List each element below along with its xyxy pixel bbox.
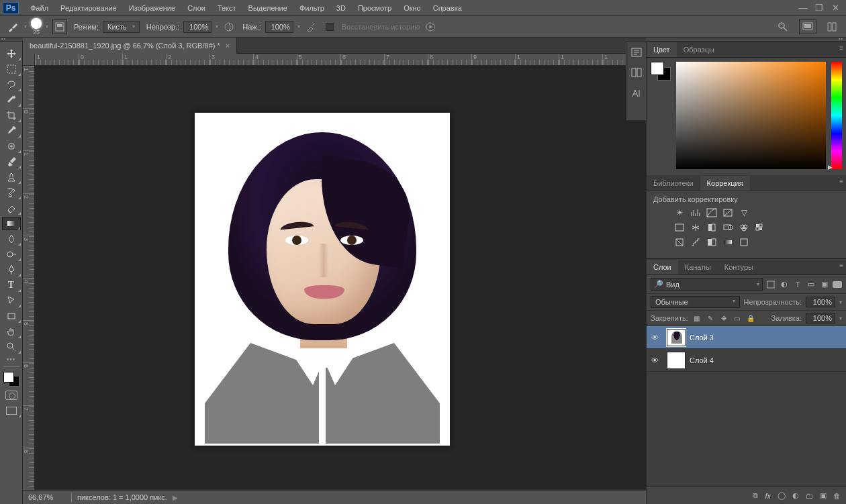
- new-layer-icon[interactable]: ▣: [820, 491, 827, 500]
- layer-fx-icon[interactable]: fx: [765, 492, 771, 500]
- hand-tool[interactable]: [2, 325, 21, 338]
- close-tab-button[interactable]: ×: [226, 42, 230, 50]
- hue-slider[interactable]: [831, 62, 842, 169]
- quick-mask-button[interactable]: [2, 389, 21, 402]
- channel-mixer-icon[interactable]: [738, 222, 750, 233]
- color-swatches[interactable]: [2, 370, 21, 387]
- menu-text[interactable]: Текст: [211, 1, 242, 15]
- blend-mode-select[interactable]: Кисть ▾: [103, 21, 140, 33]
- filter-smart-icon[interactable]: ▣: [819, 279, 830, 290]
- menu-edit[interactable]: Редактирование: [54, 1, 123, 15]
- invert-icon[interactable]: [673, 237, 686, 248]
- viewport[interactable]: [35, 66, 646, 490]
- tab-paths[interactable]: Контуры: [718, 260, 760, 274]
- brush-panel-toggle-button[interactable]: [52, 19, 67, 34]
- eyedropper-tool[interactable]: [2, 124, 21, 138]
- visibility-toggle-icon[interactable]: 👁: [647, 356, 663, 364]
- eraser-tool[interactable]: [2, 201, 21, 215]
- black-white-icon[interactable]: [706, 222, 718, 233]
- magic-wand-tool[interactable]: [2, 93, 21, 107]
- selective-color-icon[interactable]: [738, 237, 750, 248]
- layer-row[interactable]: 👁Слой 4: [647, 349, 846, 372]
- screen-mode-button[interactable]: [799, 19, 816, 34]
- gradient-tool[interactable]: [2, 217, 21, 230]
- brush-preset-picker[interactable]: 25: [31, 18, 42, 36]
- history-checkbox[interactable]: [326, 23, 334, 31]
- panel-menu-icon[interactable]: ≡: [839, 44, 843, 52]
- layer-thumbnail[interactable]: [667, 329, 686, 346]
- current-tool-icon[interactable]: [5, 19, 20, 34]
- tab-color[interactable]: Цвет: [647, 42, 677, 57]
- marquee-tool[interactable]: [2, 62, 21, 76]
- fill-input[interactable]: 100%: [806, 313, 835, 323]
- lasso-tool[interactable]: [2, 78, 21, 91]
- lock-pixels-icon[interactable]: ✎: [706, 313, 715, 323]
- filter-type-icon[interactable]: T: [792, 279, 803, 290]
- threshold-icon[interactable]: [706, 237, 718, 248]
- menu-image[interactable]: Изображение: [123, 1, 181, 15]
- curves-icon[interactable]: [706, 207, 718, 218]
- tab-swatches[interactable]: Образцы: [677, 42, 721, 57]
- layers-opacity-input[interactable]: 100%: [806, 297, 835, 307]
- menu-help[interactable]: Справка: [427, 1, 468, 15]
- zoom-tool[interactable]: [2, 340, 21, 354]
- panel-menu-icon[interactable]: ≡: [839, 262, 843, 269]
- menu-filter[interactable]: Фильтр: [293, 1, 330, 15]
- flow-input[interactable]: 100%: [265, 21, 293, 33]
- exposure-icon[interactable]: [722, 207, 734, 218]
- menu-file[interactable]: Файл: [24, 1, 54, 15]
- tab-channels[interactable]: Каналы: [678, 260, 718, 274]
- brightness-contrast-icon[interactable]: ☀: [673, 207, 686, 218]
- delete-layer-icon[interactable]: 🗑: [833, 492, 841, 500]
- layer-thumbnail[interactable]: [667, 352, 686, 369]
- move-tool[interactable]: [2, 47, 21, 60]
- layer-name[interactable]: Слой 4: [690, 356, 714, 364]
- lock-transparency-icon[interactable]: ▦: [692, 313, 702, 323]
- tab-layers[interactable]: Слои: [647, 260, 678, 274]
- new-adjustment-layer-icon[interactable]: ◐: [792, 491, 799, 500]
- layer-row[interactable]: 👁Слой 3: [647, 326, 846, 349]
- filter-shape-icon[interactable]: ▭: [806, 279, 816, 290]
- window-minimize-button[interactable]: —: [795, 1, 811, 15]
- crop-tool[interactable]: [2, 109, 21, 122]
- screen-mode-tool[interactable]: [2, 404, 21, 417]
- photo-filter-icon[interactable]: [722, 222, 734, 233]
- tab-adjustments[interactable]: Коррекция: [700, 176, 750, 191]
- lock-artboard-icon[interactable]: ▭: [733, 313, 742, 323]
- blend-mode-select-layers[interactable]: Обычные ▾: [651, 296, 740, 308]
- levels-icon[interactable]: [690, 207, 702, 218]
- color-lookup-icon[interactable]: [754, 222, 766, 233]
- filter-adjustment-icon[interactable]: ◐: [779, 279, 790, 290]
- pressure-opacity-icon[interactable]: [222, 20, 236, 34]
- tab-libraries[interactable]: Библиотеки: [647, 176, 700, 191]
- edit-toolbar-button[interactable]: •••: [7, 356, 16, 363]
- opacity-input[interactable]: 100%: [183, 21, 211, 33]
- filter-toggle[interactable]: [833, 281, 842, 288]
- hue-sat-icon[interactable]: [673, 222, 686, 233]
- panel-menu-icon[interactable]: ≡: [839, 178, 843, 185]
- add-mask-icon[interactable]: ◯: [778, 491, 786, 500]
- document-tab[interactable]: beautiful-2150881_1920.jpg @ 66,7% (Слой…: [23, 38, 237, 54]
- dropdown-arrow-icon[interactable]: ▾: [216, 23, 218, 30]
- gradient-map-icon[interactable]: [722, 237, 734, 248]
- layer-name[interactable]: Слой 3: [690, 334, 714, 342]
- new-group-icon[interactable]: 🗀: [806, 492, 813, 500]
- menu-layers[interactable]: Слои: [181, 1, 211, 15]
- filter-pixel-icon[interactable]: [765, 279, 776, 290]
- pressure-size-icon[interactable]: [424, 20, 437, 34]
- clone-stamp-tool[interactable]: [2, 170, 21, 184]
- link-layers-icon[interactable]: ⧉: [753, 491, 758, 500]
- document-canvas[interactable]: [195, 113, 450, 446]
- dodge-tool[interactable]: [2, 248, 21, 261]
- menu-3d[interactable]: 3D: [330, 1, 352, 15]
- foreground-swatch[interactable]: [3, 372, 14, 383]
- type-tool[interactable]: T: [2, 279, 21, 292]
- ruler-vertical[interactable]: 1012345678: [23, 66, 35, 490]
- airbrush-icon[interactable]: [304, 20, 318, 34]
- posterize-icon[interactable]: [690, 237, 702, 248]
- window-restore-button[interactable]: ❐: [811, 1, 827, 15]
- color-panel-swatches[interactable]: [651, 62, 671, 81]
- color-balance-icon[interactable]: [690, 222, 702, 233]
- dropdown-arrow-icon[interactable]: ▾: [839, 299, 842, 305]
- color-field[interactable]: ▶: [676, 62, 826, 169]
